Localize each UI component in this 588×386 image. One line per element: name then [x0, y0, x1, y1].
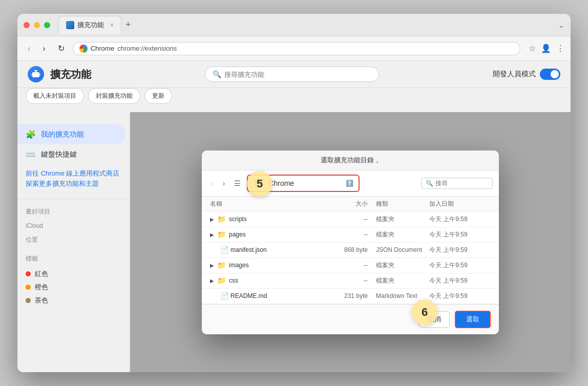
active-tab[interactable]: 擴充功能 × — [58, 16, 121, 34]
tag-orange[interactable]: 橙色 — [26, 281, 121, 294]
maximize-button[interactable] — [44, 22, 50, 28]
table-row[interactable]: 📄manifest.json868 byteJSON Document今天 上午… — [202, 243, 499, 258]
tab-area: 擴充功能 × + ⌄ — [58, 16, 564, 34]
file-name-label: README.md — [230, 292, 267, 299]
table-row[interactable]: ▶📁images--檔案夾今天 上午9:59 — [202, 258, 499, 273]
new-tab-button[interactable]: + — [125, 19, 131, 30]
file-list-header: 名稱 大小 種類 加入日期 — [202, 197, 499, 212]
file-name-label: css — [229, 277, 238, 284]
tan-dot — [26, 298, 31, 303]
expand-icon[interactable]: ▶ — [210, 232, 214, 238]
file-name-label: pages — [229, 231, 246, 238]
nav-icons: ☆ 👤 ⋮ — [529, 44, 564, 53]
orange-tag-label: 橙色 — [35, 283, 48, 292]
dialog-search-input[interactable] — [435, 180, 488, 187]
dialog-title: 選取擴充功能目錄， — [321, 156, 381, 165]
expand-icon[interactable]: ▶ — [210, 278, 214, 284]
file-rows-container: ▶📁scripts--檔案夾今天 上午9:59▶📁pages--檔案夾今天 上午… — [202, 212, 499, 304]
dialog-footer: 取消 選取 — [202, 304, 499, 334]
expand-icon[interactable]: ▶ — [210, 217, 214, 222]
action-buttons-bar: 載入未封裝項目 封裝擴充功能 更新 — [17, 88, 571, 112]
tab-dropdown-icon[interactable]: ⌄ — [558, 21, 564, 29]
tan-tag-label: 茶色 — [35, 296, 48, 305]
top-search-bar: 擴充功能 🔍 開發人員模式 — [17, 61, 571, 88]
sidebar: 🧩 我的擴充功能 ⌨️ 鍵盤快捷鍵 前往 Chrome 線上應用程式商店 探索更… — [17, 112, 130, 372]
file-name-cell: 📄README.md — [210, 292, 317, 300]
sidebar-item-keyboard-shortcuts[interactable]: ⌨️ 鍵盤快捷鍵 — [17, 144, 130, 164]
file-name-cell: ▶📁images — [210, 261, 317, 269]
table-row[interactable]: ▶📁pages--檔案夾今天 上午9:59 — [202, 227, 499, 243]
address-bar[interactable]: Chrome chrome://extensions — [73, 42, 520, 55]
file-name-cell: 📄manifest.json — [210, 246, 317, 254]
file-name-cell: ▶📁scripts — [210, 215, 317, 223]
file-date-cell: 今天 上午9:59 — [429, 230, 491, 239]
extension-search-wrap[interactable]: 🔍 — [205, 67, 379, 82]
favorites-section-title: 書好項目 — [17, 203, 130, 218]
file-size-cell: -- — [317, 277, 368, 284]
file-picker-dialog: 5 6 選取擴充功能目錄， ‹ › ☰ — [202, 151, 499, 334]
file-list: 名稱 大小 種類 加入日期 ▶📁scripts--檔案夾今天 上午9:59▶📁p… — [202, 197, 499, 304]
developer-mode-toggle[interactable] — [540, 69, 560, 80]
file-size-cell: -- — [317, 262, 368, 269]
file-type-cell: Markdown Text — [368, 292, 429, 299]
dialog-back-button[interactable]: ‹ — [208, 178, 217, 188]
dialog-view-toggle[interactable]: ☰ — [231, 178, 244, 188]
folder-icon: 📁 — [217, 276, 226, 285]
forward-button[interactable]: › — [38, 42, 49, 55]
bookmark-icon[interactable]: ☆ — [529, 44, 536, 53]
tags-title: 標籤 — [26, 254, 121, 263]
tab-close-button[interactable]: × — [110, 22, 114, 29]
extension-search-input[interactable] — [224, 71, 371, 78]
tag-red[interactable]: 紅色 — [26, 267, 121, 281]
folder-icon: 📁 — [217, 261, 226, 269]
file-size-cell: 231 byte — [317, 292, 368, 299]
dialog-search-wrap[interactable]: 🔍 — [421, 178, 493, 189]
pack-extension-button[interactable]: 封裝擴充功能 — [88, 88, 140, 104]
refresh-button[interactable]: ↻ — [54, 41, 69, 55]
tag-tan[interactable]: 茶色 — [26, 294, 121, 307]
file-name-label: images — [229, 262, 249, 269]
file-date-cell: 今天 上午9:59 — [429, 261, 491, 270]
keyboard-icon: ⌨️ — [26, 149, 36, 159]
red-dot — [26, 271, 31, 276]
folder-name-label: Chrome — [268, 179, 342, 187]
tab-title: 擴充功能 — [77, 20, 104, 30]
menu-icon[interactable]: ⋮ — [556, 44, 564, 53]
file-name-cell: ▶📁pages — [210, 230, 317, 239]
expand-icon[interactable]: ▶ — [210, 263, 214, 268]
file-icon: 📄 — [220, 246, 227, 254]
table-row[interactable]: 📄README.md231 byteMarkdown Text今天 上午9:59 — [202, 289, 499, 304]
profile-icon[interactable]: 👤 — [541, 44, 551, 53]
traffic-lights — [24, 22, 50, 28]
nav-bar: ‹ › ↻ Chrome chrome://extensions ☆ 👤 ⋮ — [17, 36, 571, 61]
annotation-6: 6 — [412, 299, 437, 325]
tab-favicon — [66, 21, 74, 29]
dialog-nav: ‹ › ☰ 📁 Chrome ⬆️ 🔍 — [202, 170, 499, 197]
file-date-cell: 今天 上午9:59 — [429, 292, 491, 301]
folder-dropdown-icon: ⬆️ — [346, 180, 353, 187]
orange-dot — [26, 285, 31, 290]
page-title: 擴充功能 — [50, 68, 91, 81]
load-unpacked-button[interactable]: 載入未封裝項目 — [26, 88, 84, 104]
page-content: 5 6 選取擴充功能目錄， ‹ › ☰ — [130, 112, 571, 372]
file-date-cell: 今天 上午9:59 — [429, 215, 491, 224]
search-icon: 🔍 — [213, 70, 221, 78]
sidebar-nav: 🧩 我的擴充功能 ⌨️ 鍵盤快捷鍵 — [17, 124, 130, 164]
chrome-store-link[interactable]: 前往 Chrome 線上應用程式商店 探索更多擴充功能和主題 — [17, 164, 130, 192]
close-button[interactable] — [24, 22, 30, 28]
file-date-cell: 今天 上午9:59 — [429, 276, 491, 285]
select-button[interactable]: 選取 — [455, 311, 491, 328]
table-row[interactable]: ▶📁scripts--檔案夾今天 上午9:59 — [202, 212, 499, 227]
file-name-cell: ▶📁css — [210, 276, 317, 285]
dialog-forward-button[interactable]: › — [220, 178, 228, 188]
file-type-cell: 檔案夾 — [368, 276, 429, 285]
sidebar-item-my-extensions[interactable]: 🧩 我的擴充功能 — [17, 124, 125, 144]
keyboard-shortcuts-label: 鍵盤快捷鍵 — [41, 150, 77, 159]
table-row[interactable]: ▶📁css--檔案夾今天 上午9:59 — [202, 273, 499, 289]
back-button[interactable]: ‹ — [24, 42, 34, 55]
minimize-button[interactable] — [34, 22, 40, 28]
icloud-section-title: iCloud — [17, 218, 130, 231]
dialog-overlay: 5 6 選取擴充功能目錄， ‹ › ☰ — [130, 112, 571, 372]
update-button[interactable]: 更新 — [144, 88, 172, 104]
developer-mode-label: 開發人員模式 — [493, 70, 536, 79]
